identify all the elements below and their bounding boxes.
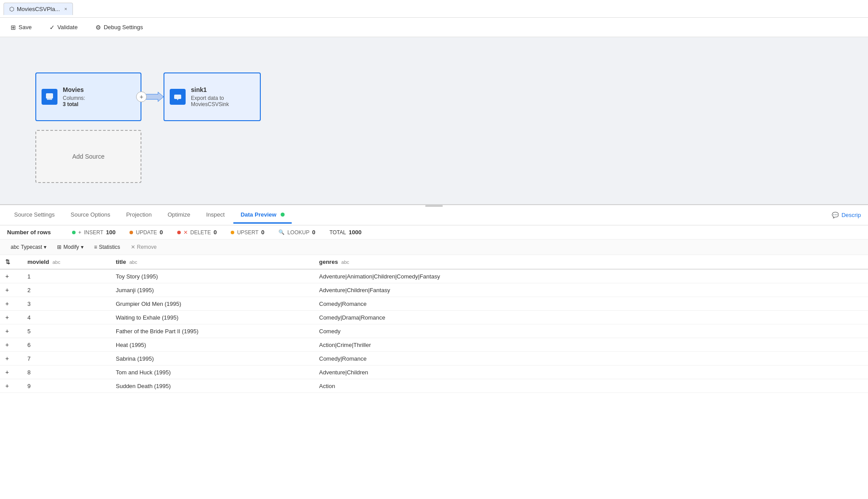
typecast-chevron: ▾ (44, 244, 46, 250)
row-plus[interactable]: + (0, 352, 22, 366)
row-movieid: 3 (22, 297, 110, 311)
row-plus[interactable]: + (0, 311, 22, 324)
genres-type: abc (341, 259, 349, 265)
debug-settings-label: Debug Settings (104, 24, 143, 30)
source-node-icon (42, 89, 57, 105)
sink-node[interactable]: sink1 Export data to MoviesCSVSink (164, 72, 261, 121)
save-button[interactable]: ⊞ Save (7, 22, 35, 33)
insert-stat: + INSERT 100 (72, 229, 116, 236)
source-node-subtitle-value: 3 total (63, 101, 135, 107)
validate-label: Validate (57, 24, 78, 30)
save-label: Save (19, 24, 32, 30)
title-bar: ⬡ MoviesCSVPla... × (0, 0, 868, 18)
tab-close-button[interactable]: × (65, 6, 67, 11)
typecast-button[interactable]: abc Typecast ▾ (7, 242, 50, 252)
table-row: + 4 Waiting to Exhale (1995) Comedy|Dram… (0, 311, 868, 324)
tab-data-preview[interactable]: Data Preview (233, 207, 292, 224)
row-title: Toy Story (1995) (110, 269, 314, 283)
tab-source-settings[interactable]: Source Settings (7, 207, 62, 224)
sink-node-title: sink1 (191, 86, 255, 93)
stats-bar: Number of rows + INSERT 100 UPDATE 0 ✕ D… (0, 225, 868, 240)
source-node-title: Movies (63, 86, 135, 93)
table-row: + 5 Father of the Bride Part II (1995) C… (0, 324, 868, 338)
row-plus[interactable]: + (0, 269, 22, 283)
remove-x-icon: ✕ (131, 244, 135, 250)
row-plus[interactable]: + (0, 324, 22, 338)
update-value: 0 (160, 229, 163, 236)
sink-node-content: sink1 Export data to MoviesCSVSink (191, 86, 255, 107)
source-node[interactable]: Movies Columns: 3 total + (35, 72, 141, 121)
sort-col-header[interactable]: ⇅ (0, 255, 22, 269)
table-row: + 9 Sudden Death (1995) Action (0, 379, 868, 393)
row-movieid: 6 (22, 338, 110, 352)
tab-inspect[interactable]: Inspect (199, 207, 232, 224)
svg-rect-0 (46, 93, 53, 99)
data-table-wrapper[interactable]: ⇅ movieId abc title abc genres abc (0, 255, 868, 499)
svg-rect-3 (174, 95, 181, 99)
save-icon: ⊞ (11, 24, 16, 31)
upsert-label-text: UPSERT (237, 229, 258, 236)
table-row: + 6 Heat (1995) Action|Crime|Thriller (0, 338, 868, 352)
svg-rect-1 (47, 99, 52, 100)
table-header-row: ⇅ movieId abc title abc genres abc (0, 255, 868, 269)
insert-value: 100 (106, 229, 116, 236)
statistics-icon: ≡ (94, 244, 97, 250)
debug-settings-button[interactable]: ⚙ Debug Settings (92, 22, 147, 33)
delete-stat: ✕ DELETE 0 (177, 229, 217, 236)
total-stat: TOTAL 1000 (329, 229, 362, 236)
tab-optimize[interactable]: Optimize (160, 207, 197, 224)
row-title: Sabrina (1995) (110, 352, 314, 366)
description-button[interactable]: 💬 Descrip (832, 212, 861, 218)
remove-button[interactable]: ✕ Remove (127, 242, 160, 252)
insert-dot (72, 231, 76, 234)
table-row: + 7 Sabrina (1995) Comedy|Romance (0, 352, 868, 366)
row-genres: Adventure|Children (314, 366, 868, 379)
movieid-col-header[interactable]: movieId abc (22, 255, 110, 269)
row-title: Tom and Huck (1995) (110, 366, 314, 379)
file-tab-label: MoviesCSVPla... (17, 6, 60, 12)
title-col-header[interactable]: title abc (110, 255, 314, 269)
sink-node-icon (170, 89, 186, 105)
row-movieid: 9 (22, 379, 110, 393)
toolbar: ⊞ Save ✓ Validate ⚙ Debug Settings (0, 18, 868, 37)
tabs-bar: Source Settings Source Options Projectio… (0, 205, 868, 225)
update-label-text: UPDATE (136, 229, 157, 236)
tab-projection[interactable]: Projection (119, 207, 159, 224)
delete-dot (177, 231, 181, 234)
delete-label-text: DELETE (190, 229, 211, 236)
row-genres: Action (314, 379, 868, 393)
row-plus[interactable]: + (0, 366, 22, 379)
modify-label: Modify (63, 244, 79, 250)
row-genres: Comedy|Romance (314, 297, 868, 311)
drag-handle[interactable] (425, 205, 443, 207)
add-source-node[interactable]: Add Source (35, 130, 141, 183)
table-row: + 1 Toy Story (1995) Adventure|Animation… (0, 269, 868, 283)
row-genres: Adventure|Animation|Children|Comedy|Fant… (314, 269, 868, 283)
genres-col-header[interactable]: genres abc (314, 255, 868, 269)
table-row: + 3 Grumpier Old Men (1995) Comedy|Roman… (0, 297, 868, 311)
row-plus[interactable]: + (0, 283, 22, 297)
source-node-subtitle-label: Columns: (63, 95, 135, 101)
total-label: TOTAL (329, 229, 346, 236)
row-plus[interactable]: + (0, 379, 22, 393)
upsert-stat: UPSERT 0 (231, 229, 264, 236)
statistics-button[interactable]: ≡ Statistics (91, 242, 124, 252)
speech-icon: 💬 (832, 212, 839, 218)
title-type: abc (129, 259, 137, 265)
sink-node-description: Export data to MoviesCSVSink (191, 95, 255, 107)
source-node-plus[interactable]: + (136, 91, 147, 102)
data-preview-indicator (281, 213, 285, 217)
remove-label: Remove (137, 244, 157, 250)
modify-chevron: ▾ (81, 244, 84, 250)
file-tab[interactable]: ⬡ MoviesCSVPla... × (4, 3, 73, 15)
row-plus[interactable]: + (0, 297, 22, 311)
tab-source-options[interactable]: Source Options (64, 207, 118, 224)
modify-button[interactable]: ⊞ Modify ▾ (53, 242, 87, 252)
row-plus[interactable]: + (0, 338, 22, 352)
row-genres: Adventure|Children|Fantasy (314, 283, 868, 297)
source-node-content: Movies Columns: 3 total (63, 86, 135, 107)
file-tab-icon: ⬡ (9, 6, 14, 12)
movieid-label: movieId (27, 259, 49, 265)
validate-button[interactable]: ✓ Validate (46, 22, 81, 33)
row-title: Jumanji (1995) (110, 283, 314, 297)
